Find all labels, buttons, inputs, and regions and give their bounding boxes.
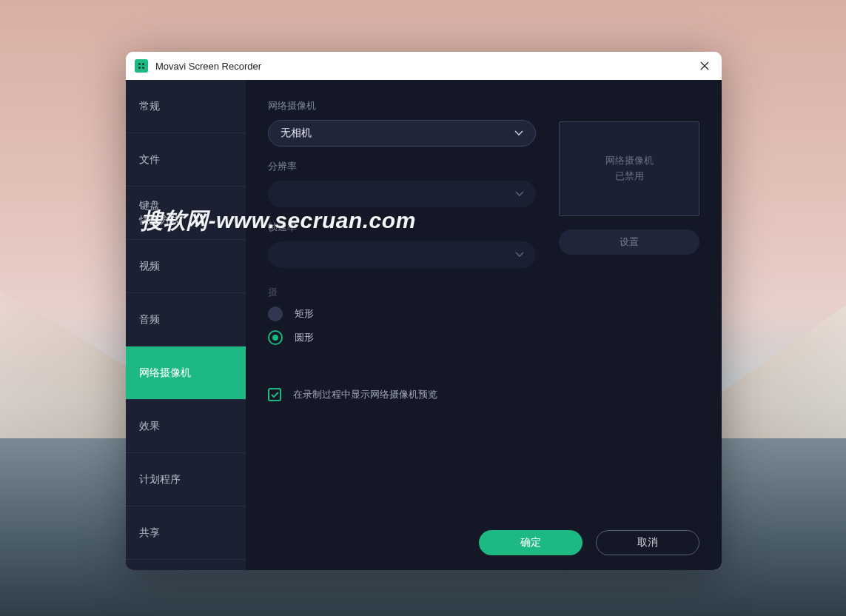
background-mountain-right — [713, 305, 846, 438]
radio-label: 矩形 — [295, 307, 314, 321]
sidebar-item-effects[interactable]: 效果 — [126, 400, 246, 453]
preview-panel: 网络摄像机 已禁用 设置 — [559, 121, 699, 255]
ok-button-label: 确定 — [520, 536, 541, 549]
checkbox-checked-icon — [268, 388, 281, 401]
resolution-select — [268, 181, 536, 207]
cancel-button[interactable]: 取消 — [596, 530, 699, 555]
radio-on-icon — [268, 330, 283, 345]
sidebar-item-file[interactable]: 文件 — [126, 133, 246, 187]
sidebar-item-video[interactable]: 视频 — [126, 240, 246, 293]
shape-label: 摄 — [268, 286, 699, 299]
preview-text-line2: 已禁用 — [615, 169, 644, 184]
close-icon — [700, 61, 709, 70]
sidebar-item-label: 共享 — [139, 526, 160, 540]
content-area: 网络摄像机 无相机 分辨率 帧速率 — [246, 80, 722, 570]
webcam-label: 网络摄像机 — [268, 99, 699, 113]
chevron-down-icon — [515, 191, 524, 197]
preview-settings-button: 设置 — [559, 230, 699, 255]
sidebar-item-webcam[interactable]: 网络摄像机 — [126, 346, 246, 400]
shape-radio-rectangle[interactable]: 矩形 — [268, 307, 699, 321]
sidebar-item-label: 视频 — [139, 259, 160, 274]
sidebar-item-keyboard-shortcuts[interactable]: 键盘 快捷方式 — [126, 187, 246, 240]
close-button[interactable] — [688, 52, 722, 80]
ok-button[interactable]: 确定 — [479, 530, 583, 555]
webcam-select-value: 无相机 — [281, 127, 312, 140]
sidebar-item-label: 音频 — [139, 312, 160, 327]
framerate-select — [268, 241, 536, 268]
dialog-body: 常规 文件 键盘 快捷方式 视频 音频 网络摄像机 效果 计划程序 — [126, 80, 722, 570]
sidebar-item-scheduler[interactable]: 计划程序 — [126, 453, 246, 506]
sidebar: 常规 文件 键盘 快捷方式 视频 音频 网络摄像机 效果 计划程序 — [126, 80, 246, 570]
cancel-button-label: 取消 — [637, 536, 658, 549]
sidebar-item-label: 文件 — [139, 153, 160, 167]
radio-label: 圆形 — [295, 331, 314, 344]
shape-field: 摄 矩形 圆形 — [268, 286, 699, 354]
settings-button-label: 设置 — [620, 235, 639, 249]
settings-window: Movavi Screen Recorder 常规 文件 键盘 快捷方式 视频 … — [126, 52, 722, 570]
show-preview-checkbox-row[interactable]: 在录制过程中显示网络摄像机预览 — [268, 388, 699, 401]
chevron-down-icon — [515, 252, 524, 258]
sidebar-item-label: 常规 — [139, 99, 160, 114]
sidebar-item-share[interactable]: 共享 — [126, 506, 246, 560]
sidebar-item-general[interactable]: 常规 — [126, 80, 246, 133]
sidebar-item-label: 网络摄像机 — [139, 366, 191, 381]
checkbox-label: 在录制过程中显示网络摄像机预览 — [293, 388, 437, 401]
app-icon — [135, 59, 148, 73]
dialog-footer: 确定 取消 — [268, 515, 699, 555]
radio-off-icon — [268, 307, 283, 321]
chevron-down-icon — [514, 130, 523, 136]
webcam-preview-box: 网络摄像机 已禁用 — [559, 121, 699, 216]
titlebar: Movavi Screen Recorder — [126, 52, 722, 80]
window-title: Movavi Screen Recorder — [155, 61, 261, 72]
sidebar-item-label: 效果 — [139, 419, 160, 434]
preview-text-line1: 网络摄像机 — [605, 153, 654, 169]
sidebar-item-label: 键盘 快捷方式 — [139, 198, 181, 227]
webcam-select[interactable]: 无相机 — [268, 120, 536, 147]
sidebar-item-audio[interactable]: 音频 — [126, 293, 246, 346]
sidebar-item-label: 计划程序 — [139, 472, 181, 487]
shape-radio-circle[interactable]: 圆形 — [268, 330, 699, 345]
